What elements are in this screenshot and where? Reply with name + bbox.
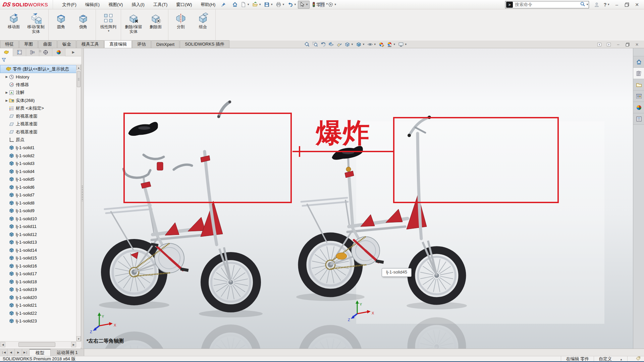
tree-item-lj-1-solid16[interactable]: lj-1-solid16 [0, 262, 76, 270]
tree-item-lj-1-solid4[interactable]: lj-1-solid4 [0, 168, 76, 176]
scroll-left-icon[interactable]: ◀ [0, 342, 5, 347]
tree-item-lj-1-solid9[interactable]: lj-1-solid9 [0, 207, 76, 215]
nav-last-button[interactable]: ▶❘ [22, 349, 30, 356]
ribbon-button-delete-keep-body[interactable]: 删除/保留实体 [122, 11, 145, 35]
help-button[interactable]: ?▼ [602, 1, 611, 8]
display-style-dropdown-icon[interactable]: ▼ [362, 43, 365, 46]
tree-item-lj-1-solid1[interactable]: lj-1-solid1 [0, 144, 76, 152]
tab-模具工具[interactable]: 模具工具 [76, 40, 104, 48]
view-orientation-button[interactable]: ▼ [344, 41, 354, 48]
zoom-to-fit-button[interactable] [304, 41, 311, 48]
view-settings-dropdown-icon[interactable]: ▼ [405, 43, 407, 46]
tree-item-lj-1-solid18[interactable]: lj-1-solid18 [0, 278, 76, 286]
hide-show-items-dropdown-icon[interactable]: ▼ [374, 43, 376, 46]
panel-tab-featuremanager[interactable] [0, 48, 13, 56]
save-button[interactable]: ▼ [263, 1, 274, 9]
tab-SOLIDWORKS 插件[interactable]: SOLIDWORKS 插件 [180, 40, 229, 48]
scrollbar-thumb[interactable] [18, 342, 55, 347]
tree-item-原点[interactable]: 原点 [0, 136, 76, 144]
panel-tab-propertymanager[interactable] [13, 48, 26, 56]
minimize-button[interactable]: – [612, 1, 621, 8]
previous-pane-icon[interactable] [596, 42, 602, 48]
tab-直接编辑[interactable]: 直接编辑 [104, 40, 132, 48]
scroll-right-icon[interactable]: ▶ [71, 342, 76, 347]
task-pane-home[interactable] [633, 56, 644, 68]
tab-模型[interactable]: 模型 [30, 349, 51, 356]
ribbon-button-split[interactable]: 分割 [170, 11, 192, 30]
tree-item-lj-1-solid5[interactable]: lj-1-solid5 [0, 175, 76, 183]
ribbon-button-combine[interactable]: 组合 [192, 11, 214, 30]
next-pane-icon[interactable] [606, 42, 612, 48]
menu-插入(I)[interactable]: 插入(I) [127, 0, 149, 9]
tree-item-History[interactable]: ▶History [0, 73, 76, 81]
search-input[interactable] [514, 2, 580, 7]
tree-item-注解[interactable]: ▶A注解 [0, 89, 76, 97]
tree-item-lj-1-solid6[interactable]: lj-1-solid6 [0, 183, 76, 191]
tree-filter-bar[interactable] [0, 56, 81, 64]
view-orientation-dropdown-icon[interactable]: ▼ [351, 43, 354, 46]
tab-运动算例 1[interactable]: 运动算例 1 [51, 349, 84, 356]
tab-特征[interactable]: 特征 [0, 40, 19, 48]
open-button[interactable]: ▼ [251, 1, 263, 9]
tab-钣金[interactable]: 钣金 [57, 40, 76, 48]
search-dropdown-icon[interactable]: ▼ [586, 3, 589, 6]
display-style-button[interactable]: ▼ [355, 41, 366, 48]
tree-item-前视基准面[interactable]: 前视基准面 [0, 112, 76, 120]
menu-文件(F)[interactable]: 文件(F) [58, 0, 81, 9]
options-button[interactable]: ▼ [326, 1, 338, 9]
command-search[interactable]: > ▼ [505, 1, 589, 8]
graphics-viewport[interactable]: 爆炸 Y X Z Y X [84, 48, 633, 349]
apply-scene-dropdown-icon[interactable]: ▼ [393, 43, 396, 46]
doc-restore-button[interactable] [625, 42, 631, 48]
hide-show-items-button[interactable]: ▼ [367, 41, 377, 48]
print-dropdown-icon[interactable]: ▼ [282, 3, 285, 6]
search-icon[interactable] [580, 1, 585, 8]
close-button[interactable]: ✕ [633, 1, 641, 8]
tree-item-lj-1-solid7[interactable]: lj-1-solid7 [0, 191, 76, 199]
task-pane-file-explorer[interactable] [633, 79, 644, 90]
tree-item-实体(268)[interactable]: ▶实体(268) [0, 97, 76, 105]
panel-tab-appearances[interactable] [52, 48, 65, 56]
scroll-up-icon[interactable]: ▲ [76, 65, 81, 70]
menu-编辑(E)[interactable]: 编辑(E) [81, 0, 104, 9]
tree-item-lj-1-solid15[interactable]: lj-1-solid15 [0, 254, 76, 262]
ribbon-button-linear-pattern[interactable]: 线性阵列▼ [97, 11, 119, 33]
tree-item-lj-1-solid13[interactable]: lj-1-solid13 [0, 238, 76, 246]
apply-scene-button[interactable]: ▼ [386, 41, 396, 48]
expand-caret-icon[interactable]: ▶ [5, 99, 9, 102]
linear-pattern-dropdown-icon[interactable]: ▼ [107, 29, 110, 33]
tree-item-lj-1-solid21[interactable]: lj-1-solid21 [0, 301, 76, 309]
tree-item-lj-1-solid19[interactable]: lj-1-solid19 [0, 286, 76, 294]
tree-item-lj-1-solid2[interactable]: lj-1-solid2 [0, 152, 76, 160]
menu-窗口(W)[interactable]: 窗口(W) [172, 0, 196, 9]
tab-DimXpert[interactable]: DimXpert [151, 40, 179, 48]
edit-appearance-button[interactable] [378, 41, 385, 48]
task-pane-appearances[interactable] [633, 102, 644, 113]
tree-item-lj-1-solid3[interactable]: lj-1-solid3 [0, 160, 76, 168]
doc-close-button[interactable]: ✕ [634, 42, 640, 48]
restore-button[interactable] [623, 1, 631, 8]
home-button[interactable] [231, 1, 239, 9]
nav-first-button[interactable]: ❘◀ [0, 349, 7, 356]
task-pane-design-library[interactable] [633, 68, 644, 79]
previous-view-button[interactable] [320, 41, 327, 48]
nav-next-button[interactable]: ▶ [15, 349, 22, 356]
select-dropdown-icon[interactable]: ▼ [306, 3, 308, 6]
view-settings-button[interactable]: ▼ [397, 41, 408, 48]
ribbon-button-move-face[interactable]: 移动面 [3, 11, 25, 30]
expand-caret-icon[interactable]: ▶ [5, 75, 9, 78]
tree-item-lj-1-solid8[interactable]: lj-1-solid8 [0, 199, 76, 207]
menu-帮助(H)[interactable]: 帮助(H) [196, 0, 220, 9]
task-pane-custom-properties[interactable] [633, 113, 644, 125]
options-dropdown-icon[interactable]: ▼ [334, 3, 337, 6]
tab-评估[interactable]: 评估 [132, 40, 151, 48]
ribbon-button-fillet[interactable]: 圆角 [50, 11, 72, 30]
expand-caret-icon[interactable]: ▶ [5, 91, 9, 94]
panel-tab-configurations[interactable] [26, 48, 39, 56]
new-document-button[interactable]: ▼ [239, 1, 251, 9]
tab-草图[interactable]: 草图 [19, 40, 38, 48]
nav-previous-button[interactable]: ◀ [7, 349, 15, 356]
tree-item-右视基准面[interactable]: 右视基准面 [0, 128, 76, 136]
tree-item-lj-1-solid14[interactable]: lj-1-solid14 [0, 246, 76, 254]
highlighted-solid[interactable] [336, 253, 347, 259]
